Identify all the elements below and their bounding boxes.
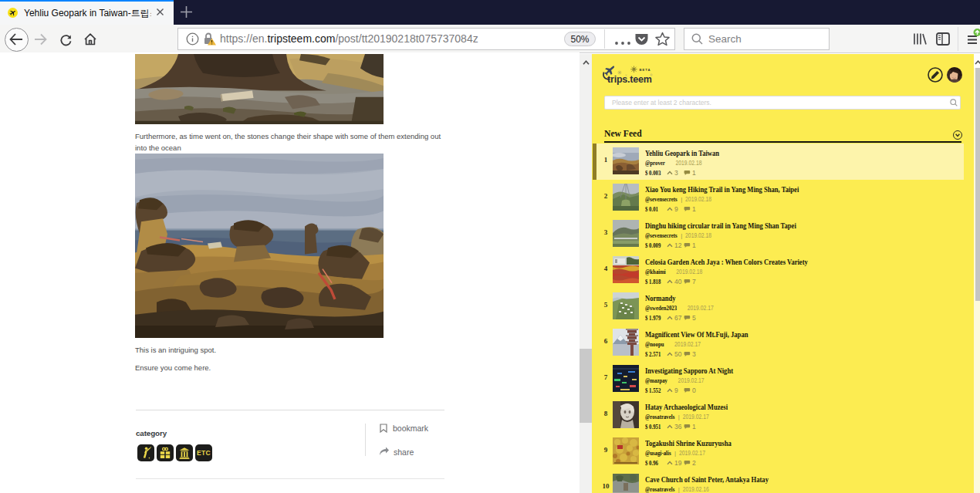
svg-text:BETA: BETA bbox=[640, 68, 651, 72]
svg-text:trips.teem: trips.teem bbox=[607, 74, 652, 85]
